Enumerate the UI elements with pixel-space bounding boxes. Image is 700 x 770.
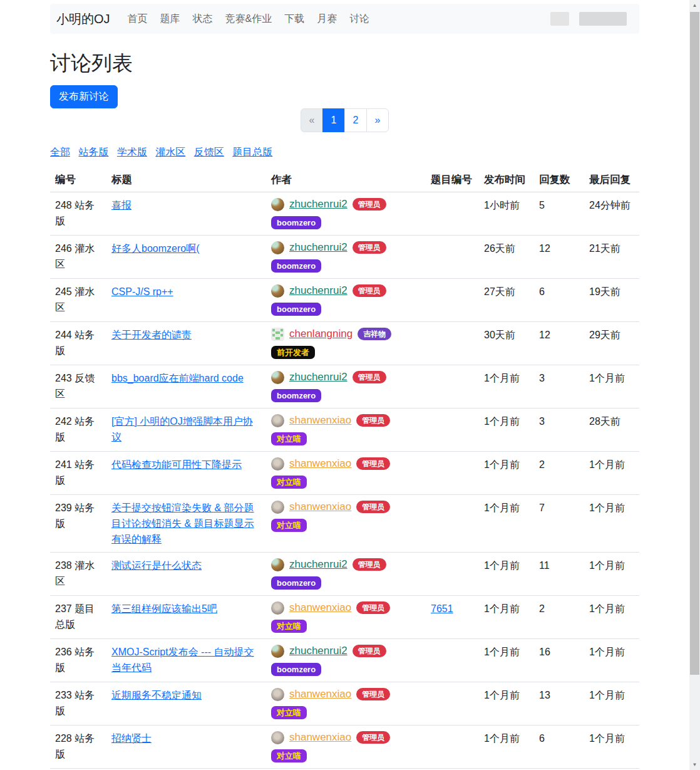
row-problem-cell — [426, 192, 479, 236]
discussion-title-link[interactable]: 近期服务不稳定通知 — [111, 690, 202, 700]
filter-problem-board[interactable]: 题目总版 — [232, 147, 272, 157]
user-avatar[interactable] — [271, 371, 284, 384]
user-avatar[interactable] — [271, 414, 284, 427]
table-header-row: 编号 标题 作者 题目编号 发布时间 回复数 最后回复 — [50, 168, 639, 192]
nav-item-downloads[interactable]: 下载 — [278, 8, 311, 31]
pagination-page-1[interactable]: 1 — [322, 108, 345, 132]
filter-site-board[interactable]: 站务版 — [78, 147, 108, 157]
author-link[interactable]: shanwenxiao — [289, 500, 351, 514]
scrollbar-up-icon[interactable]: ▲ — [689, 0, 700, 11]
scrollbar-thumb[interactable] — [690, 12, 699, 675]
row-created-cell: 1个月前 — [479, 452, 534, 495]
author-link[interactable]: zhuchenrui2 — [289, 284, 347, 298]
filter-all[interactable]: 全部 — [50, 147, 70, 157]
discussion-title-link[interactable]: 招纳贤士 — [111, 733, 152, 744]
scrollbar-down-icon[interactable]: ▼ — [689, 759, 700, 770]
discussion-title-link[interactable]: 关于开发者的谴责 — [111, 330, 192, 340]
author-link[interactable]: shanwenxiao — [289, 731, 351, 744]
row-problem-cell — [426, 639, 479, 682]
user-avatar[interactable] — [271, 731, 284, 744]
row-id-cell: 237 题目总版 — [50, 596, 106, 639]
role-badge: 管理员 — [353, 198, 386, 211]
row-author-cell: zhuchenrui2 管理员 boomzero — [266, 279, 426, 322]
filter-offtopic-board[interactable]: 灌水区 — [155, 147, 185, 157]
user-avatar[interactable] — [271, 601, 284, 615]
discussion-title-link[interactable]: XMOJ-Script发布会 --- 自动提交当年代码 — [111, 647, 254, 673]
user-avatar[interactable] — [271, 241, 284, 254]
nav-item-home[interactable]: 首页 — [121, 8, 154, 31]
last-reply-time: 24分钟前 — [589, 200, 631, 211]
author-link[interactable]: zhuchenrui2 — [289, 644, 347, 658]
user-tag-badge: boomzero — [271, 576, 321, 590]
user-avatar[interactable] — [271, 198, 284, 211]
user-avatar[interactable] — [271, 284, 284, 298]
author-line: zhuchenrui2 管理员 — [271, 284, 421, 298]
row-id-cell: 228 站务版 — [50, 726, 106, 769]
created-time: 1个月前 — [484, 733, 520, 744]
discussion-title-link[interactable]: 第三组样例应该输出5吧 — [111, 603, 217, 614]
navbar-user-area — [550, 12, 627, 26]
filter-feedback-board[interactable]: 反馈区 — [194, 147, 224, 157]
author-link[interactable]: zhuchenrui2 — [289, 370, 347, 384]
nav-item-contests[interactable]: 竞赛&作业 — [219, 8, 279, 31]
discussion-title-link[interactable]: [官方] 小明的OJ增强脚本用户协议 — [111, 416, 253, 442]
row-last-reply-cell: 29天前 — [584, 322, 639, 365]
author-link[interactable]: zhuchenrui2 — [289, 558, 347, 571]
discussion-title-link[interactable]: CSP-J/S rp++ — [111, 286, 173, 297]
last-reply-time: 1个月前 — [589, 690, 625, 700]
created-time: 1个月前 — [484, 502, 520, 513]
author-line: shanwenxiao 管理员 — [271, 601, 421, 615]
table-row: 238 灌水区 测试运行是什么状态 zhuchenrui2 管理员 boomze… — [50, 553, 639, 596]
row-id-cell: 239 站务版 — [50, 495, 106, 553]
pagination-page-2[interactable]: 2 — [344, 108, 367, 132]
author-link[interactable]: shanwenxiao — [289, 687, 351, 701]
user-avatar[interactable] — [271, 501, 284, 514]
table-row: 245 灌水区 CSP-J/S rp++ zhuchenrui2 管理员 boo… — [50, 279, 639, 322]
user-avatar[interactable] — [271, 558, 284, 571]
author-link[interactable]: chenlangning — [289, 327, 353, 341]
scrollbar[interactable]: ▲ ▼ — [689, 0, 700, 770]
discussion-title-link[interactable]: bbs_board应在前端hard code — [111, 373, 244, 383]
tag-line: boomzero — [271, 258, 421, 273]
discussion-title-link[interactable]: 代码检查功能可用性下降提示 — [111, 459, 242, 470]
row-author-cell: shanwenxiao 管理员 对立喵 — [266, 408, 426, 452]
author-link[interactable]: zhuchenrui2 — [289, 241, 347, 254]
nav-item-monthly[interactable]: 月赛 — [311, 8, 343, 31]
row-last-reply-cell: 19天前 — [584, 279, 639, 322]
last-reply-time: 29天前 — [589, 330, 620, 340]
pagination-prev[interactable]: « — [301, 108, 323, 132]
author-link[interactable]: shanwenxiao — [289, 457, 351, 471]
filter-academic-board[interactable]: 学术版 — [117, 147, 147, 157]
discussion-title-link[interactable]: 测试运行是什么状态 — [111, 560, 202, 571]
user-avatar[interactable] — [271, 645, 284, 658]
user-avatar[interactable] — [271, 457, 284, 471]
reply-count: 11 — [539, 560, 550, 571]
pagination-next[interactable]: » — [366, 108, 389, 132]
row-author-cell: zhuchenrui2 管理员 boomzero — [266, 236, 426, 279]
navbar: 小明的OJ 首页 题库 状态 竞赛&作业 下载 月赛 讨论 — [50, 4, 639, 34]
discussion-title-link[interactable]: 喜报 — [111, 200, 131, 211]
row-created-cell: 1个月前 — [479, 682, 534, 726]
user-avatar[interactable] — [271, 328, 284, 341]
user-avatar-redacted[interactable] — [550, 12, 569, 26]
brand[interactable]: 小明的OJ — [56, 11, 110, 28]
nav-item-problems[interactable]: 题库 — [154, 8, 187, 31]
problem-link[interactable]: 7651 — [431, 603, 453, 614]
nav-item-discuss[interactable]: 讨论 — [343, 8, 376, 31]
discussion-title-link[interactable]: 关于提交按钮渲染失败 & 部分题目讨论按钮消失 & 题目标题显示有误的解释 — [111, 502, 254, 544]
user-avatar[interactable] — [271, 688, 284, 701]
author-line: zhuchenrui2 管理员 — [271, 197, 421, 211]
row-id-text: 243 反馈区 — [55, 373, 95, 399]
nav-links: 首页 题库 状态 竞赛&作业 下载 月赛 讨论 — [121, 8, 376, 31]
row-title-cell: bbs_board应在前端hard code — [106, 365, 266, 408]
new-discussion-button[interactable]: 发布新讨论 — [50, 85, 118, 108]
author-link[interactable]: shanwenxiao — [289, 601, 351, 615]
row-title-cell: [官方] 小明的OJ增强脚本用户协议 — [106, 408, 266, 452]
author-link[interactable]: shanwenxiao — [289, 414, 351, 427]
discussion-title-link[interactable]: 好多人boomzero啊( — [111, 243, 199, 254]
created-time: 1个月前 — [484, 647, 520, 657]
nav-item-status[interactable]: 状态 — [187, 8, 219, 31]
row-replies-cell: 11 — [534, 553, 584, 596]
username-redacted[interactable] — [579, 12, 627, 26]
author-link[interactable]: zhuchenrui2 — [289, 197, 347, 211]
